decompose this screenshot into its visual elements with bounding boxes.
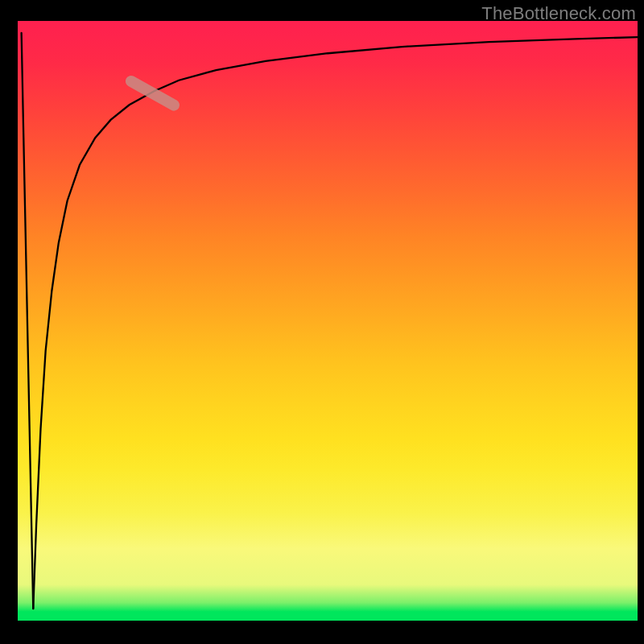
- watermark-label: TheBottleneck.com: [481, 3, 636, 24]
- curve-highlight: [123, 73, 181, 113]
- curve-main: [33, 37, 638, 609]
- curve-layer: [18, 21, 638, 621]
- chart-stage: TheBottleneck.com: [0, 0, 644, 644]
- curve-descending-edge: [22, 33, 34, 609]
